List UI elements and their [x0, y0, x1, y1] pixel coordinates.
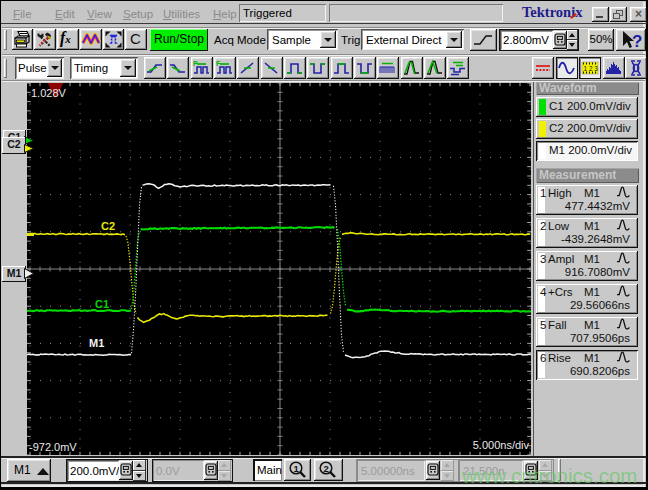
svg-text:C2: C2	[101, 220, 115, 232]
svg-text:2: 2	[324, 463, 329, 474]
svg-text:5.000ns/div: 5.000ns/div	[473, 439, 530, 451]
svg-text:-972.0mV: -972.0mV	[29, 441, 77, 453]
svg-text:M1: M1	[89, 337, 104, 349]
svg-text:?: ?	[632, 32, 642, 50]
svg-text:1.028V: 1.028V	[31, 87, 67, 99]
svg-text:1 2 3: 1 2 3	[584, 65, 599, 72]
svg-text:1: 1	[294, 463, 300, 474]
svg-text:C1: C1	[95, 298, 109, 310]
